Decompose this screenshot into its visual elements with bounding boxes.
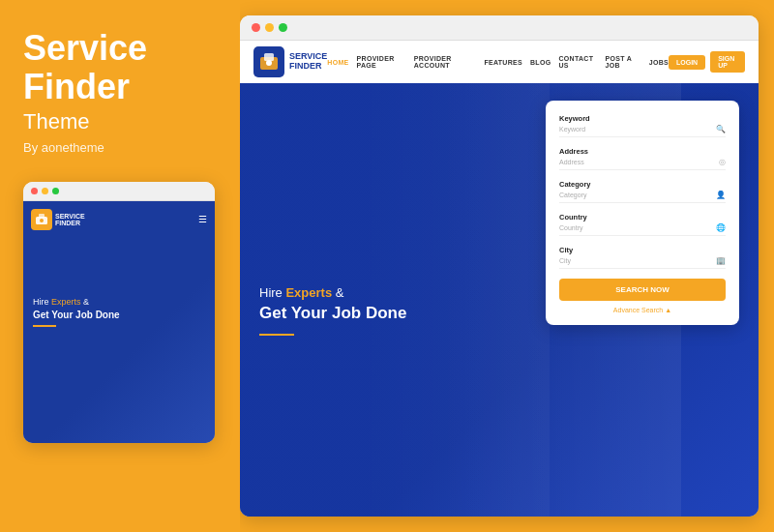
search-icon: 🔍	[716, 125, 726, 133]
category-label: Category	[559, 180, 726, 189]
address-field: Address Address ◎	[559, 147, 726, 170]
left-panel: Service Finder Theme By aonetheme	[0, 0, 240, 532]
desktop-hero: Hire Experts & Get Your Job Done Keyword…	[240, 83, 759, 517]
city-input[interactable]: City 🏢	[559, 256, 726, 269]
mobile-nav: SERVICE FINDER ☰	[31, 209, 207, 230]
mobile-hero-divider	[33, 325, 56, 327]
svg-rect-4	[264, 53, 274, 61]
address-placeholder: Address	[559, 159, 584, 165]
app-subtitle: Theme	[23, 109, 217, 134]
country-placeholder: Country	[559, 224, 583, 231]
keyword-field: Keyword Keyword 🔍	[559, 114, 726, 137]
nav-post-job[interactable]: POST A JOB	[606, 55, 641, 69]
signup-button[interactable]: SIGN UP	[710, 51, 745, 73]
category-icon: 👤	[716, 191, 726, 199]
desktop-logo: SERVICE FINDER	[253, 46, 327, 77]
globe-icon: 🌐	[716, 223, 726, 232]
login-button[interactable]: LOGIN	[669, 55, 705, 70]
advance-search-link[interactable]: Advance Search ▲	[559, 307, 726, 313]
mobile-logo: SERVICE FINDER	[31, 209, 85, 230]
city-placeholder: City	[559, 257, 571, 264]
category-placeholder: Category	[559, 192, 586, 198]
svg-rect-1	[39, 214, 45, 219]
dot-red	[252, 23, 260, 32]
mobile-hero-text: Hire Experts &	[33, 296, 205, 309]
nav-provider-account[interactable]: PROVIDER ACCOUNT	[414, 55, 477, 69]
keyword-placeholder: Keyword	[559, 126, 585, 133]
category-field: Category Category 👤	[559, 180, 726, 203]
mobile-logo-text: SERVICE FINDER	[55, 213, 85, 227]
keyword-label: Keyword	[559, 114, 726, 123]
city-field: City City 🏢	[559, 246, 726, 269]
nav-home[interactable]: HOME	[327, 59, 348, 66]
desktop-content: SERVICE FINDER HOME PROVIDER PAGE PROVID…	[240, 41, 759, 517]
mobile-logo-icon	[31, 209, 52, 230]
desktop-topnav: SERVICE FINDER HOME PROVIDER PAGE PROVID…	[240, 41, 759, 83]
dot-green	[52, 188, 59, 194]
app-title: Service Finder	[23, 29, 217, 105]
category-input[interactable]: Category 👤	[559, 191, 726, 203]
address-input[interactable]: Address ◎	[559, 158, 726, 170]
svg-point-2	[40, 219, 44, 222]
city-label: City	[559, 246, 726, 254]
svg-point-5	[266, 60, 272, 66]
nav-provider-page[interactable]: PROVIDER PAGE	[357, 55, 406, 69]
nav-features[interactable]: FEATURES	[484, 59, 522, 66]
mobile-hero-content: Hire Experts & Get Your Job Done	[31, 296, 207, 331]
desktop-preview: SERVICE FINDER HOME PROVIDER PAGE PROVID…	[240, 15, 759, 517]
search-card: Keyword Keyword 🔍 Address Address ◎	[546, 101, 739, 325]
app-by: By aonetheme	[23, 140, 217, 155]
location-icon: ◎	[719, 158, 726, 166]
nav-contact[interactable]: CONTACT US	[558, 55, 597, 69]
desktop-logo-text: SERVICE FINDER	[289, 52, 327, 72]
mobile-hero-title: Get Your Job Done	[33, 309, 205, 321]
address-label: Address	[559, 147, 726, 156]
mobile-browser-bar	[23, 182, 215, 201]
desktop-nav-actions: LOGIN SIGN UP	[669, 51, 745, 73]
country-field: Country Country 🌐	[559, 213, 726, 236]
country-label: Country	[559, 213, 726, 222]
mobile-content: SERVICE FINDER ☰ Hire Experts & Get Your…	[23, 201, 215, 443]
dot-red	[31, 188, 38, 194]
dot-yellow	[42, 188, 48, 194]
right-panel: SERVICE FINDER HOME PROVIDER PAGE PROVID…	[240, 0, 774, 532]
country-input[interactable]: Country 🌐	[559, 223, 726, 236]
mobile-preview: SERVICE FINDER ☰ Hire Experts & Get Your…	[23, 182, 215, 443]
desktop-nav-links: HOME PROVIDER PAGE PROVIDER ACCOUNT FEAT…	[327, 55, 669, 69]
building-icon: 🏢	[716, 256, 726, 265]
hamburger-icon[interactable]: ☰	[198, 215, 207, 224]
desktop-logo-icon	[253, 46, 284, 77]
nav-blog[interactable]: BLOG	[530, 59, 551, 66]
dot-green	[279, 23, 287, 32]
search-now-button[interactable]: SEARCH NOW	[559, 279, 726, 301]
dot-yellow	[265, 23, 274, 32]
nav-jobs[interactable]: JOBS	[649, 59, 669, 66]
desktop-browser-bar	[240, 15, 759, 41]
keyword-input[interactable]: Keyword 🔍	[559, 125, 726, 137]
desktop-hero-divider	[259, 334, 294, 336]
